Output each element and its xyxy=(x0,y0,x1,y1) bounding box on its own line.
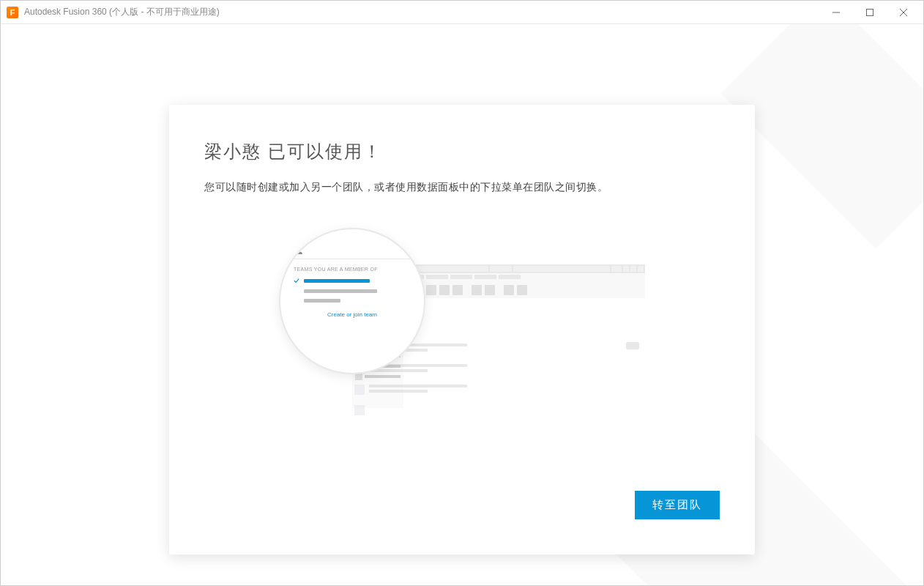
magnifier-callout: ▾ TEAMS YOU ARE A MEMBER OF Create or jo… xyxy=(279,228,425,374)
maximize-button[interactable] xyxy=(853,1,887,23)
team-switcher-illustration: ▾ TEAMS YOU ARE A MEMBER OF Create or jo… xyxy=(204,220,720,476)
minimize-icon xyxy=(832,9,840,16)
modal-title: 梁小憨 已可以使用！ xyxy=(204,140,720,163)
content-area: 梁小憨 已可以使用！ 您可以随时创建或加入另一个团队，或者使用数据面板中的下拉菜… xyxy=(1,24,923,585)
welcome-modal: 梁小憨 已可以使用！ 您可以随时创建或加入另一个团队，或者使用数据面板中的下拉菜… xyxy=(169,105,755,555)
team-item-selected xyxy=(294,278,411,283)
go-to-team-button[interactable]: 转至团队 xyxy=(635,491,720,519)
titlebar: Autodesk Fusion 360 (个人版 - 不可用于商业用途) xyxy=(1,1,923,24)
window-controls xyxy=(819,1,920,23)
svg-point-2 xyxy=(299,248,301,251)
close-icon xyxy=(900,9,907,16)
window-title: Autodesk Fusion 360 (个人版 - 不可用于商业用途) xyxy=(24,6,819,18)
minimize-button[interactable] xyxy=(819,1,853,23)
close-button[interactable] xyxy=(887,1,920,23)
modal-description: 您可以随时创建或加入另一个团队，或者使用数据面板中的下拉菜单在团队之间切换。 xyxy=(204,181,720,194)
modal-footer: 转至团队 xyxy=(204,476,720,519)
app-icon xyxy=(7,7,18,18)
app-window: Autodesk Fusion 360 (个人版 - 不可用于商业用途) 梁小憨… xyxy=(0,0,924,586)
create-join-team-link: Create or join team xyxy=(294,311,411,318)
teams-section-label: TEAMS YOU ARE A MEMBER OF xyxy=(294,267,411,272)
checkmark-icon xyxy=(294,278,299,283)
svg-rect-0 xyxy=(867,9,873,15)
people-icon xyxy=(294,247,302,254)
chevron-down-icon: ▾ xyxy=(408,248,411,254)
svg-point-1 xyxy=(295,248,298,251)
maximize-icon xyxy=(866,9,873,16)
